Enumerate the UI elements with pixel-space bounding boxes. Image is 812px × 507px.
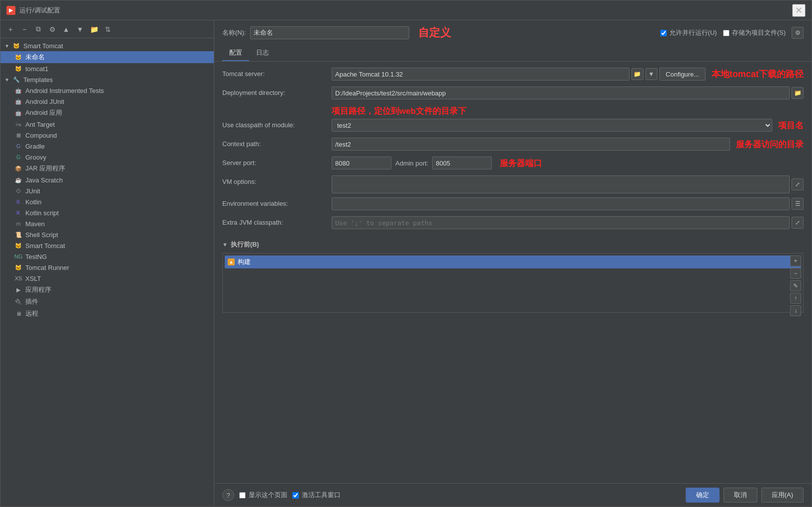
templates-group[interactable]: ▼ 🔧 Templates [0,74,214,85]
jar-icon: 📦 [14,165,22,172]
tab-log[interactable]: 日志 [249,45,276,61]
cancel-button[interactable]: 取消 [723,488,757,503]
remove-launch-button[interactable]: − [790,268,801,279]
move-up-button[interactable]: ▲ [60,23,72,35]
maven-item[interactable]: m Maven [0,218,214,229]
jar-app-item[interactable]: 📦 JAR 应用程序 [0,163,214,174]
deployment-annotation: 项目路径，定位到web文件的目录下 [332,105,804,117]
android-junit-icon: 🤖 [14,97,22,105]
remote-item[interactable]: 🖥 远程 [0,308,214,320]
context-label: Context path: [222,138,332,148]
groovy-item[interactable]: G Groovy [0,152,214,163]
left-toolbar: + − ⧉ ⚙ ▲ ▼ 📁 ⇅ [0,20,214,38]
store-project-checkbox[interactable] [723,30,729,36]
tomcat-server-input[interactable] [332,68,630,81]
env-input[interactable] [332,197,790,210]
env-edit-button[interactable]: ☰ [792,198,804,210]
name-input[interactable] [250,26,409,39]
android-junit-item[interactable]: 🤖 Android JUnit [0,96,214,107]
kotlin-item[interactable]: K Kotlin [0,196,214,207]
context-value: 服务器访问的目录 [332,138,804,151]
before-launch-section[interactable]: ▼ 执行前(B) [222,240,804,249]
name-label: 名称(N): [222,28,246,37]
build-launch-item[interactable]: ▲ 构建 [225,255,801,268]
java-scratch-item[interactable]: ☕ Java Scratch [0,174,214,185]
settings-button[interactable]: ⚙ [46,23,58,35]
help-button[interactable]: ? [222,489,234,501]
sort-button[interactable]: ⇅ [102,23,114,35]
move-down-button[interactable]: ▼ [74,23,86,35]
xslt-item[interactable]: XS XSLT [0,273,214,284]
server-port-row: Server port: Admin port: 服务器端口 [222,157,804,171]
before-launch-area: ▲ 构建 + − ✎ ↑ ↓ [222,253,804,313]
allow-parallel-label: 允许并行运行(U) [669,28,717,37]
extra-jvm-expand-button[interactable]: ⤢ [792,217,804,229]
smart-tomcat-group[interactable]: ▼ 🐱 Smart Tomcat [0,40,214,51]
android-app-item[interactable]: 🤖 Android 应用 [0,107,214,119]
admin-port-input[interactable] [432,157,492,169]
module-dropdown[interactable]: test2 [332,119,772,132]
extra-jvm-input[interactable] [332,216,790,229]
deployment-folder-button[interactable]: 📁 [792,87,804,99]
env-variables-row: Environment variables: ☰ [222,197,804,212]
tomcat-dropdown-button[interactable]: ▼ [645,68,657,80]
add-config-button[interactable]: + [4,23,16,35]
android-instrumented-item[interactable]: 🤖 Android Instrumented Tests [0,85,214,96]
port-annotation: 服务器端口 [500,158,542,169]
deployment-value: 📁 [332,86,804,99]
launch-up-button[interactable]: ↑ [790,293,801,304]
tab-config[interactable]: 配置 [222,45,249,61]
shell-script-item[interactable]: 📜 Shell Script [0,229,214,240]
testng-item[interactable]: NG TestNG [0,251,214,262]
env-value: ☰ [332,197,804,210]
tomcat1-config[interactable]: 🐱 tomcat1 [0,63,214,74]
title-bar: ▶ 运行/调试配置 ✕ [0,0,812,20]
tomcat-runner-item[interactable]: 🐱 Tomcat Runner [0,262,214,273]
vm-options-input[interactable] [332,175,790,193]
copy-config-button[interactable]: ⧉ [32,23,44,35]
smart-tomcat-template-item[interactable]: 🐱 Smart Tomcat [0,240,214,251]
java-scratch-icon: ☕ [14,176,22,184]
tomcat-folder-button[interactable]: 📁 [632,68,643,80]
server-port-input[interactable] [332,157,391,169]
app-item[interactable]: ▶ 应用程序 [0,284,214,296]
plugin-item[interactable]: 🔌 插件 [0,296,214,308]
remove-config-button[interactable]: − [18,23,30,35]
gradle-item[interactable]: G Gradle [0,141,214,152]
allow-parallel-row: 允许并行运行(U) [660,28,717,37]
before-launch-title: 执行前(B) [231,240,259,249]
add-folder-button[interactable]: 📁 [88,23,100,35]
kotlin-script-item[interactable]: K Kotlin script [0,207,214,218]
tabs-row: 配置 日志 [222,45,804,61]
main-window: ▶ 运行/调试配置 ✕ + − ⧉ ⚙ ▲ ▼ 📁 ⇅ ▼ 🐱 [0,0,812,507]
deployment-label: Deployment directory: [222,86,332,96]
add-launch-button[interactable]: + [790,255,801,266]
close-button[interactable]: ✕ [792,4,806,17]
smart-tomcat-group-label: Smart Tomcat [23,42,63,50]
left-panel: + − ⧉ ⚙ ▲ ▼ 📁 ⇅ ▼ 🐱 Smart Tomcat 🐱 [0,20,214,507]
unnamed-config[interactable]: 🐱 未命名 [0,51,214,63]
compound-item[interactable]: ⊞ Compound [0,130,214,141]
deployment-input[interactable] [332,86,790,99]
app-icon: ▶ [6,6,15,15]
show-page-checkbox[interactable] [239,492,246,499]
launch-down-button[interactable]: ↓ [790,305,801,316]
ant-target-item[interactable]: 🐜 Ant Target [0,119,214,130]
tomcat-server-value: 📁 ▼ Configure... 本地tomcat下载的路径 [332,68,804,81]
port-value: Admin port: 服务器端口 [332,157,804,169]
configure-button[interactable]: Configure... [659,68,706,81]
testng-icon: NG [14,253,22,260]
activate-tools-checkbox[interactable] [292,492,299,499]
store-project-row: 存储为项目文件(S) [723,28,786,37]
junit-item[interactable]: ⏲ JUnit [0,185,214,196]
apply-button[interactable]: 应用(A) [761,488,804,503]
right-panel: 名称(N): 自定义 允许并行运行(U) 存储为项目文件(S) ⚙ [214,20,812,507]
ok-button[interactable]: 确定 [686,488,720,503]
edit-launch-button[interactable]: ✎ [790,280,801,291]
allow-parallel-checkbox[interactable] [660,30,667,36]
vm-expand-button[interactable]: ⤢ [792,178,804,190]
config-gear-button[interactable]: ⚙ [792,27,804,39]
annotation-custom: 自定义 [418,25,451,40]
right-footer: ? 显示这个页面 激活工具窗口 确定 取消 应用(A) [214,483,812,507]
context-input[interactable] [332,138,730,151]
